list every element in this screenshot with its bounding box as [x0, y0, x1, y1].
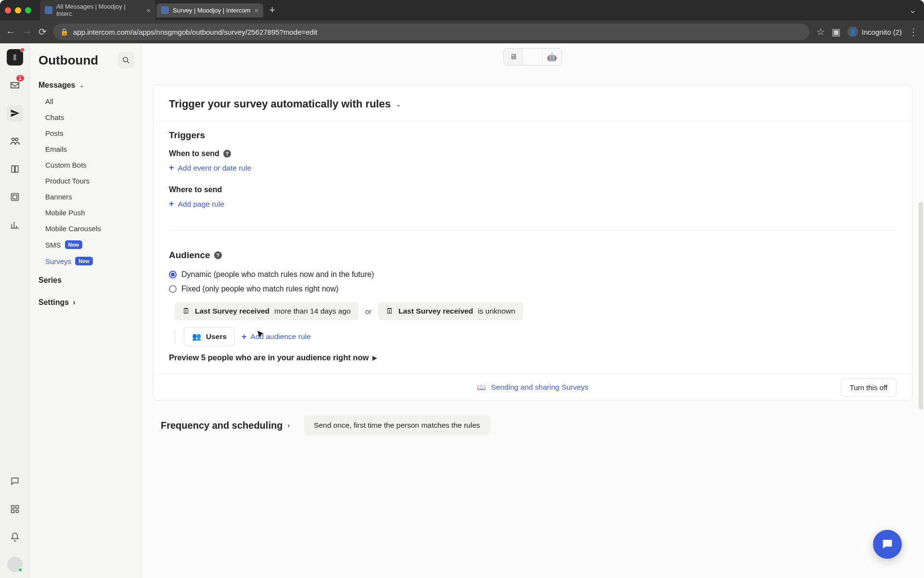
- book-icon: 📖: [477, 383, 486, 392]
- frequency-summary-pill[interactable]: Send once, first time the person matches…: [304, 415, 489, 435]
- calendar-icon: 🗓: [182, 307, 190, 315]
- browser-tab-1[interactable]: Survey | Moodjoy | Intercom ×: [156, 3, 263, 17]
- close-tab-icon[interactable]: ×: [254, 6, 258, 14]
- tab-favicon-icon: [45, 6, 52, 14]
- divider: [169, 230, 897, 231]
- sidebar-item-all[interactable]: All: [33, 93, 141, 109]
- sidebar-item-mobile-push[interactable]: Mobile Push: [33, 205, 141, 221]
- frequency-pill-text: Send once, first time the person matches…: [314, 421, 480, 429]
- indent-bar: [175, 330, 175, 343]
- add-page-rule-button[interactable]: + Add page rule: [169, 199, 897, 209]
- help-icon[interactable]: ?: [214, 251, 222, 259]
- card-heading-row[interactable]: Trigger your survey automatically with r…: [154, 85, 912, 120]
- close-window-icon[interactable]: [5, 7, 11, 13]
- panel-icon[interactable]: ▣: [832, 26, 841, 38]
- sidebar-item-custom-bots[interactable]: Custom Bots: [33, 157, 141, 173]
- rail-contacts-icon[interactable]: [7, 133, 23, 149]
- minimize-window-icon[interactable]: [15, 7, 21, 13]
- sidebar-item-posts[interactable]: Posts: [33, 125, 141, 141]
- chip-value: more than 14 days ago: [274, 307, 351, 315]
- sidebar-item-sms[interactable]: SMS New: [33, 236, 141, 253]
- sidebar-item-product-tours[interactable]: Product Tours: [33, 173, 141, 189]
- device-android-button[interactable]: 🤖: [542, 49, 562, 65]
- sidebar-group-messages[interactable]: Messages ⌄: [30, 74, 141, 93]
- sidebar-item-surveys[interactable]: Surveys New: [33, 253, 141, 269]
- main-column: 🖥 🤖 Trigger your survey automatically wi…: [141, 43, 924, 578]
- sidebar-item-chats[interactable]: Chats: [33, 109, 141, 125]
- chevron-down-icon: ⌄: [396, 100, 401, 108]
- sidebar-item-label: SMS: [45, 241, 61, 249]
- rail-apps-icon[interactable]: [7, 501, 23, 517]
- rule-chip-last-survey-2[interactable]: 🗓 Last Survey received is unknown: [378, 302, 523, 320]
- tab-overflow-icon[interactable]: ⌄: [909, 5, 919, 15]
- chip-or-separator: or: [365, 307, 372, 315]
- sidebar-item-banners[interactable]: Banners: [33, 189, 141, 205]
- app-root: ⦀ 1 Outbou: [0, 43, 924, 578]
- incognito-badge[interactable]: 👤 Incognito (2): [847, 26, 902, 37]
- tabs-row: All Messages | Moodjoy | Interc × Survey…: [40, 0, 906, 20]
- audience-actions-row: 👥 Users + Add audience rule: [175, 327, 897, 346]
- brand-logo-icon[interactable]: ⦀: [7, 49, 23, 66]
- sidebar-item-label: Custom Bots: [45, 161, 87, 169]
- svg-rect-5: [15, 506, 18, 509]
- docs-link-label: Sending and sharing Surveys: [491, 383, 589, 392]
- add-audience-rule-button[interactable]: + Add audience rule: [242, 332, 310, 342]
- audience-dynamic-radio[interactable]: Dynamic (people who match rules now and …: [169, 270, 897, 279]
- rail-notifications-icon[interactable]: [7, 529, 23, 545]
- messenger-fab[interactable]: [873, 530, 902, 559]
- frequency-heading[interactable]: Frequency and scheduling ›: [161, 420, 290, 431]
- rail-messenger-icon[interactable]: [7, 473, 23, 489]
- close-tab-icon[interactable]: ×: [146, 6, 151, 14]
- device-desktop-button[interactable]: 🖥: [504, 49, 523, 65]
- rule-chip-last-survey-1[interactable]: 🗓 Last Survey received more than 14 days…: [175, 302, 359, 320]
- device-toggle: 🖥 🤖: [503, 48, 562, 66]
- audience-title: Audience: [169, 250, 210, 261]
- card-footer: 📖 Sending and sharing Surveys Turn this …: [154, 374, 912, 400]
- lock-icon: 🔒: [60, 28, 68, 36]
- rail-articles-icon[interactable]: [7, 161, 23, 177]
- audience-title-row: Audience ?: [169, 250, 897, 261]
- chevron-right-icon: ›: [73, 298, 75, 307]
- sidebar-item-emails[interactable]: Emails: [33, 141, 141, 157]
- sidebar-series[interactable]: Series: [30, 269, 141, 291]
- rail-reports-icon[interactable]: [7, 217, 23, 233]
- nav-back-icon[interactable]: ←: [6, 26, 15, 38]
- rail-inbox-icon[interactable]: 1: [7, 77, 23, 93]
- maximize-window-icon[interactable]: [25, 7, 31, 13]
- plus-icon: +: [169, 199, 174, 209]
- radio-unchecked-icon: [169, 285, 177, 293]
- sidebar-search-button[interactable]: [118, 52, 134, 68]
- tab-title: Survey | Moodjoy | Intercom: [173, 7, 250, 14]
- incognito-icon: 👤: [847, 26, 858, 37]
- browser-tab-0[interactable]: All Messages | Moodjoy | Interc ×: [40, 0, 155, 20]
- help-icon[interactable]: ?: [223, 150, 231, 158]
- svg-rect-6: [11, 510, 14, 513]
- tab-title: All Messages | Moodjoy | Interc: [56, 3, 142, 17]
- rail-outbound-icon[interactable]: [7, 105, 23, 121]
- radio-label: Fixed (only people who match rules right…: [181, 285, 338, 293]
- inbox-badge: 1: [16, 75, 24, 81]
- turn-off-button[interactable]: Turn this off: [841, 378, 897, 397]
- sidebar-item-mobile-carousels[interactable]: Mobile Carousels: [33, 221, 141, 236]
- user-avatar[interactable]: [7, 557, 23, 572]
- sidebar-item-label: Emails: [45, 145, 67, 153]
- audience-fixed-radio[interactable]: Fixed (only people who match rules right…: [169, 285, 897, 293]
- add-event-rule-button[interactable]: + Add event or date rule: [169, 163, 897, 173]
- docs-link[interactable]: 📖 Sending and sharing Surveys: [477, 383, 589, 392]
- new-badge: New: [75, 257, 93, 265]
- sidebar-item-label: Surveys: [45, 257, 71, 265]
- address-bar-row: ← → ⟳ 🔒 app.intercom.com/a/apps/nnsgmgob…: [0, 20, 924, 43]
- rail-operator-icon[interactable]: [7, 189, 23, 205]
- users-chip[interactable]: 👥 Users: [184, 327, 235, 346]
- audience-rules-row: 🗓 Last Survey received more than 14 days…: [175, 302, 897, 320]
- scrollbar[interactable]: [919, 202, 923, 409]
- reload-icon[interactable]: ⟳: [38, 26, 47, 38]
- device-ios-button[interactable]: [523, 49, 542, 65]
- address-bar[interactable]: 🔒 app.intercom.com/a/apps/nnsgmgob/outbo…: [53, 24, 809, 40]
- series-label: Series: [38, 276, 62, 285]
- star-icon[interactable]: ☆: [816, 26, 825, 38]
- preview-audience-link[interactable]: Preview 5 people who are in your audienc…: [169, 353, 897, 362]
- kebab-menu-icon[interactable]: ⋮: [909, 26, 918, 38]
- new-tab-button[interactable]: +: [264, 4, 280, 16]
- sidebar-settings[interactable]: Settings ›: [30, 291, 141, 314]
